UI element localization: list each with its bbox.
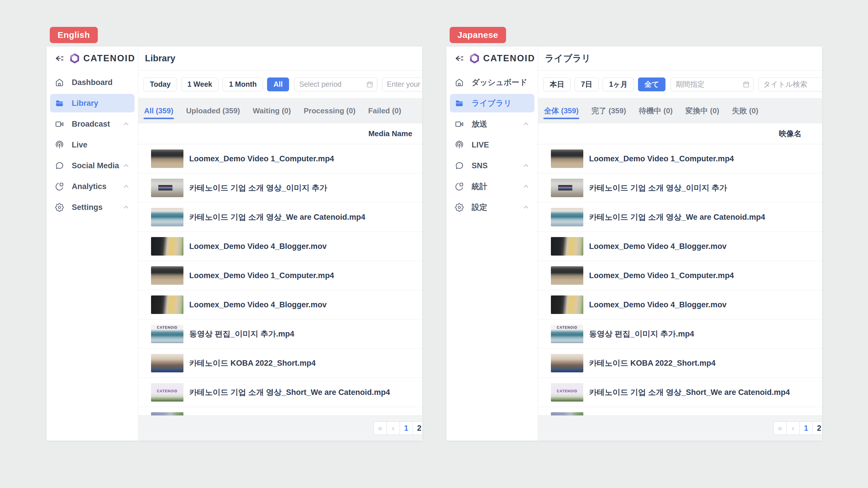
media-table-row[interactable]: CATENOID 동영상 편집_이미지 추가.mp4 <box>138 320 422 349</box>
media-table-row[interactable]: 카테노이드 기업 소개 영상_이미지 추가 <box>138 173 422 203</box>
filter-all-button[interactable]: All <box>267 77 289 91</box>
filter-all-button[interactable]: 全て <box>638 77 665 91</box>
keyword-search-input[interactable] <box>382 77 422 91</box>
sidebar-item-label: ライブラリ <box>472 98 512 108</box>
sidebar-item-broadcast[interactable]: Broadcast <box>46 113 138 134</box>
status-tabs: All (359) Uploaded (359) Waiting (0) Pro… <box>138 98 422 124</box>
sidebar-item-library[interactable]: ライブラリ <box>450 94 534 112</box>
pagination-page-2-button[interactable]: 2 <box>812 422 822 435</box>
filter-month-button[interactable]: 1 Month <box>222 77 263 91</box>
chevron-up-icon <box>522 203 530 211</box>
sidebar-item-analytics[interactable]: Analytics <box>46 176 138 197</box>
main-content: Library Today 1 Week 1 Month All All (35… <box>138 46 422 441</box>
folder-icon <box>455 99 464 108</box>
date-range-input[interactable] <box>294 77 377 91</box>
gear-icon <box>455 203 464 212</box>
tab-processing[interactable]: 変換中 (0) <box>685 98 720 124</box>
tab-uploaded[interactable]: Uploaded (359) <box>185 98 241 124</box>
media-table-row[interactable]: Loomex_Demo Video 1_Computer.mp4 <box>538 261 822 290</box>
chevron-up-icon <box>122 120 130 128</box>
sidebar-item-dashboard[interactable]: ダッシュボード <box>446 72 538 93</box>
sidebar: CATENOID ダッシュボード ライブラリ 放送 LIVE SN <box>446 46 538 441</box>
sidebar-item-label: ダッシュボード <box>472 77 527 88</box>
sidebar-collapse-icon[interactable] <box>54 53 64 64</box>
sidebar-collapse-icon[interactable] <box>454 53 464 64</box>
sidebar-nav: ダッシュボード ライブラリ 放送 LIVE SNS 統 <box>446 70 538 218</box>
filter-toolbar: Today 1 Week 1 Month All <box>138 70 422 98</box>
media-name-text: Loomex_Demo Video 4_Blogger.mov <box>589 242 726 251</box>
sidebar-item-settings[interactable]: 設定 <box>446 197 538 218</box>
media-table-row[interactable]: 카테노이드 KOBA 2022_Short.mp4 <box>538 349 822 378</box>
media-table-row[interactable]: 카테노이드 KOBA 2022_Short.mp4 <box>138 349 422 378</box>
sidebar-item-label: 放送 <box>472 119 487 129</box>
media-table-row[interactable]: Loomex_Demo Video 4_Blogger.mov <box>538 290 822 320</box>
filter-month-button[interactable]: 1ヶ月 <box>603 77 634 91</box>
media-name-column-header: Media Name <box>359 129 422 138</box>
media-table-row[interactable] <box>138 407 422 416</box>
chevron-up-icon <box>122 203 130 211</box>
sidebar-item-library[interactable]: Library <box>50 94 134 112</box>
pagination-prev-button[interactable]: ‹ <box>386 422 400 435</box>
tab-all[interactable]: All (359) <box>144 98 174 124</box>
media-table-row[interactable]: Loomex_Demo Video 1_Computer.mp4 <box>138 144 422 173</box>
pagination-first-button[interactable]: « <box>773 422 787 435</box>
tab-failed[interactable]: 失敗 (0) <box>732 98 759 124</box>
pagination-page-2-button[interactable]: 2 <box>412 422 422 435</box>
sidebar-item-live[interactable]: Live <box>46 134 138 155</box>
video-thumbnail <box>551 266 583 285</box>
media-table-row[interactable]: 카테노이드 기업 소개 영상_We are Catenoid.mp4 <box>138 203 422 232</box>
sidebar-item-settings[interactable]: Settings <box>46 197 138 218</box>
tab-processing[interactable]: Processing (0) <box>303 98 356 124</box>
sidebar-item-dashboard[interactable]: Dashboard <box>46 72 138 93</box>
media-table-row[interactable]: Loomex_Demo Video 1_Computer.mp4 <box>538 144 822 173</box>
media-table-row[interactable]: CATENOID 동영상 편집_이미지 추가.mp4 <box>538 320 822 349</box>
pagination-page-1-button[interactable]: 1 <box>400 422 413 435</box>
media-table-row[interactable]: CATENOID 카테노이드 기업 소개 영상_Short_We are Cat… <box>138 378 422 407</box>
tab-uploaded[interactable]: 完了 (359) <box>591 98 627 124</box>
filter-today-button[interactable]: 本日 <box>544 77 570 91</box>
date-range-input[interactable] <box>671 77 754 91</box>
tab-all[interactable]: 全体 (359) <box>544 98 579 124</box>
home-icon <box>55 78 64 87</box>
sidebar-item-label: Live <box>72 140 87 150</box>
media-table-row[interactable]: Loomex_Demo Video 4_Blogger.mov <box>138 232 422 261</box>
pagination-page-1-button[interactable]: 1 <box>799 422 813 435</box>
filter-week-button[interactable]: 7日 <box>575 77 599 91</box>
filter-today-button[interactable]: Today <box>144 77 177 91</box>
pagination-prev-button[interactable]: ‹ <box>786 422 800 435</box>
sidebar-item-analytics[interactable]: 統計 <box>446 176 538 197</box>
page-title: Library <box>145 53 175 64</box>
brand-name: CATENOID <box>483 53 535 64</box>
media-name-text: Loomex_Demo Video 4_Blogger.mov <box>189 300 327 310</box>
media-table-row[interactable]: Loomex_Demo Video 4_Blogger.mov <box>538 232 822 261</box>
filter-week-button[interactable]: 1 Week <box>181 77 219 91</box>
media-table-row[interactable]: 카테노이드 기업 소개 영상_We are Catenoid.mp4 <box>538 203 822 232</box>
media-name-text: 카테노이드 기업 소개 영상_We are Catenoid.mp4 <box>189 212 365 222</box>
media-name-text: 카테노이드 기업 소개 영상_We are Catenoid.mp4 <box>589 212 765 222</box>
media-name-text: 동영상 편집_이미지 추가.mp4 <box>589 329 694 339</box>
chat-bubble-icon <box>55 161 64 170</box>
tab-failed[interactable]: Failed (0) <box>368 98 402 124</box>
video-thumbnail <box>551 354 583 372</box>
sidebar-item-label: LIVE <box>472 140 489 150</box>
sidebar-item-broadcast[interactable]: 放送 <box>446 113 538 134</box>
status-tabs: 全体 (359) 完了 (359) 待機中 (0) 変換中 (0) 失敗 (0) <box>538 98 822 124</box>
media-name-text: Loomex_Demo Video 1_Computer.mp4 <box>189 271 334 280</box>
language-badge-english: English <box>50 27 98 43</box>
sidebar-item-label: Broadcast <box>72 120 110 129</box>
tab-waiting[interactable]: 待機中 (0) <box>638 98 673 124</box>
sidebar-item-social-media[interactable]: SNS <box>446 155 538 176</box>
tab-waiting[interactable]: Waiting (0) <box>252 98 292 124</box>
media-table-row[interactable] <box>538 407 822 416</box>
sidebar-item-live[interactable]: LIVE <box>446 134 538 155</box>
media-table-row[interactable]: 카테노이드 기업 소개 영상_이미지 추가 <box>538 173 822 203</box>
sidebar-item-social-media[interactable]: Social Media <box>46 155 138 176</box>
media-table-row[interactable]: Loomex_Demo Video 1_Computer.mp4 <box>138 261 422 290</box>
pagination-first-button[interactable]: « <box>374 422 387 435</box>
media-table-row[interactable]: CATENOID 카테노이드 기업 소개 영상_Short_We are Cat… <box>538 378 822 407</box>
sidebar-item-label: Social Media <box>72 161 119 170</box>
sidebar-item-label: SNS <box>472 161 488 170</box>
media-table-row[interactable]: Loomex_Demo Video 4_Blogger.mov <box>138 290 422 320</box>
keyword-search-input[interactable] <box>758 77 822 91</box>
media-name-text: 카테노이드 기업 소개 영상_이미지 추가 <box>189 183 327 193</box>
